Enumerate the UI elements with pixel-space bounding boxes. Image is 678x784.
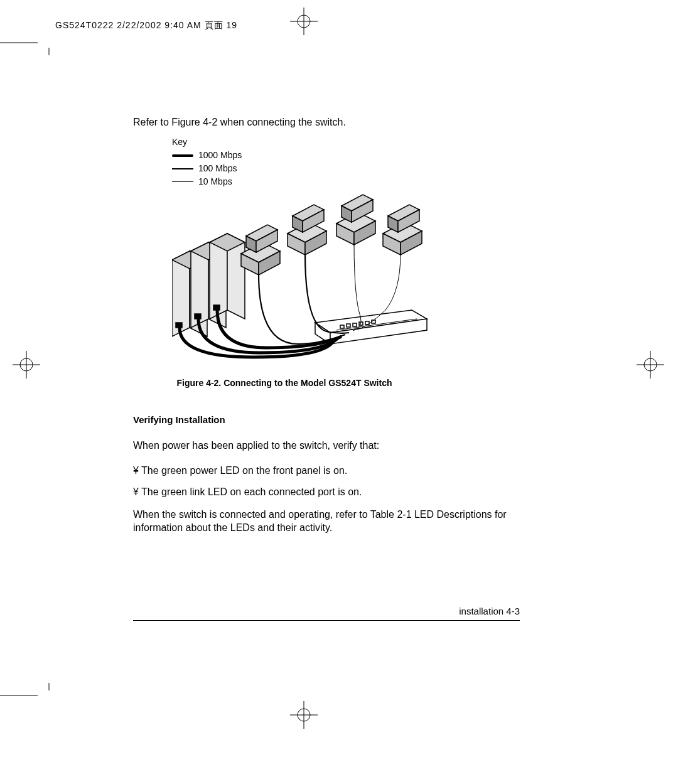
- legend-line-thick-icon: [172, 154, 193, 157]
- footer-rule: [133, 620, 520, 621]
- page-content: Refer to Figure 4-2 when connecting the …: [133, 117, 520, 547]
- svg-rect-22: [353, 323, 357, 326]
- svg-rect-37: [213, 305, 220, 310]
- registration-bottom-icon: [290, 701, 318, 729]
- svg-rect-33: [195, 314, 201, 319]
- crop-bottomleft-icon: [0, 683, 56, 708]
- registration-left-icon: [13, 351, 40, 379]
- network-diagram-icon: [172, 191, 436, 367]
- svg-rect-29: [176, 323, 182, 328]
- legend-label: 100 Mbps: [198, 162, 237, 175]
- registration-top-icon: [290, 8, 318, 35]
- legend-label: 1000 Mbps: [198, 149, 242, 162]
- para-led-ref: When the switch is connected and operati…: [133, 508, 520, 535]
- legend-label: 10 Mbps: [198, 175, 232, 188]
- bullet-item: The green power LED on the front panel i…: [133, 465, 520, 476]
- legend-row-1000: 1000 Mbps: [172, 149, 436, 162]
- para-verify: When power has been applied to the switc…: [133, 439, 520, 453]
- legend-line-thin-icon: [172, 181, 193, 182]
- registration-right-icon: [637, 351, 664, 379]
- legend: Key 1000 Mbps 100 Mbps 10 Mbps: [172, 136, 436, 188]
- legend-row-10: 10 Mbps: [172, 175, 436, 188]
- svg-rect-21: [347, 324, 350, 327]
- bullet-item: The green link LED on each connected por…: [133, 486, 520, 498]
- svg-rect-20: [340, 325, 344, 328]
- section-heading: Verifying Installation: [133, 414, 520, 425]
- figure-caption: Figure 4-2. Connecting to the Model GS52…: [133, 378, 436, 388]
- legend-line-med-icon: [172, 168, 193, 169]
- intro-text: Refer to Figure 4-2 when connecting the …: [133, 117, 520, 128]
- page-footer: installation 4-3: [459, 606, 520, 616]
- legend-title: Key: [172, 136, 436, 149]
- figure-4-2: Key 1000 Mbps 100 Mbps 10 Mbps: [172, 136, 436, 388]
- crop-topleft-icon: [0, 30, 56, 55]
- print-header: GS524T0222 2/22/2002 9:40 AM 頁面 19: [55, 20, 237, 31]
- legend-row-100: 100 Mbps: [172, 162, 436, 175]
